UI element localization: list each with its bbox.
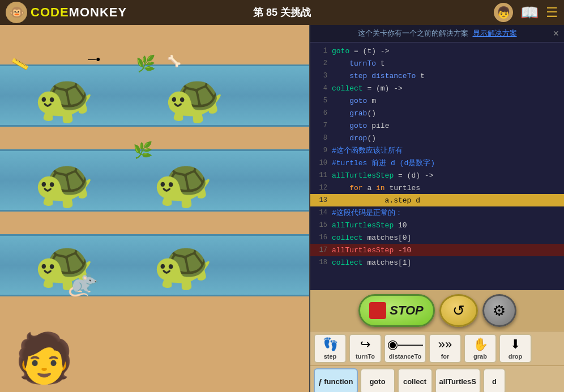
code-line-7: 7 goto pile [310,119,564,132]
refresh-icon: ↺ [452,302,465,320]
collect-label: collect [403,377,426,386]
code-line-8: 8 drop() [310,132,564,144]
allturtles-label: allTurtlesS [439,377,477,386]
code-line-13: 13 a.step d [310,194,564,206]
code-panel: 这个关卡你有一个之前的解决方案 显示解决方案 ✕ 1 goto = (t) ->… [309,25,564,392]
function-icon: ƒ [318,377,322,386]
distanceto-icon: ◉—— [387,337,423,352]
stop-square-icon [369,302,386,319]
code-line-18: 18 collect matches[1] [310,256,564,269]
menu-icon[interactable]: ☰ [546,5,558,20]
d-tool-button[interactable]: d [483,368,506,392]
code-line-3: 3 step distanceTo t [310,70,564,82]
turtle-3: 🐢 [34,155,94,212]
notice-close-button[interactable]: ✕ [553,29,559,38]
function-tool-button[interactable]: ƒ function [314,368,358,392]
drop-tool-button[interactable]: ⬇ drop [499,334,532,363]
plant-deco-1: 🌿 [136,54,156,73]
turnto-tool-button[interactable]: ↪ turnTo [349,334,382,363]
gear-button[interactable]: ⚙ [482,294,516,327]
code-line-2: 2 turnTo t [310,57,564,70]
top-right-icons: 👦 📖 ☰ [494,3,558,22]
book-icon[interactable]: 📖 [520,3,539,22]
creature-icon: 🐀 [68,268,99,298]
step-icon: 👣 [323,337,338,352]
bone-deco: 🦴 [167,54,181,68]
toolbar-row-2: ƒ function goto collect allTurtlesS d [310,365,564,392]
code-line-1: 1 goto = (t) -> [310,45,564,57]
turtle-1: 🐢 [34,70,94,127]
code-line-9: 9 #这个函数应该让所有 [310,144,564,157]
grab-label: grab [473,353,487,360]
step-label: step [324,353,337,360]
turtle-2: 🐢 [164,70,224,127]
step-tool-button[interactable]: 👣 step [314,334,347,363]
code-line-5: 5 goto m [310,94,564,107]
code-line-17: 17 allTurtlesStep -10 [310,244,564,256]
goto-tool-button[interactable]: goto [360,368,395,392]
code-line-6: 6 grab() [310,107,564,119]
top-bar: 🐵 CODEmonkey 第 85 关挑战 👦 📖 ☰ [0,0,564,25]
d-label: d [492,377,497,386]
gear-icon: ⚙ [493,302,506,320]
bottom-controls: STOP ↺ ⚙ 👣 step ↪ turnTo [310,290,564,392]
code-line-14: 14 #这段代码是正常的： [310,206,564,219]
code-line-12: 12 for a in turtles [310,182,564,194]
drop-label: drop [509,353,522,360]
logo-text: CODEmonkey [31,5,127,20]
toolbar-row-1: 👣 step ↪ turnTo ◉—— distanceTo »» for ✋ [310,331,564,365]
level-title: 第 85 关挑战 [253,6,311,19]
grab-icon: ✋ [473,337,488,352]
code-line-4: 4 collect = (m) -> [310,82,564,94]
logo-area: 🐵 CODEmonkey [0,2,142,23]
stop-label: STOP [390,303,424,318]
drop-icon: ⬇ [510,337,520,352]
turnto-label: turnTo [356,353,375,360]
code-line-16: 16 collect matches[0] [310,231,564,244]
game-panel: 📏 —● 🌿 🦴 🌿 🐢 🐢 🐢 🐢 🐢 🐢 🐀 🧑 [0,25,309,392]
goto-label: goto [369,377,385,386]
code-line-10: 10 #turtles 前进 d (d是数字) [310,157,564,169]
distanceto-tool-button[interactable]: ◉—— distanceTo [384,334,426,363]
avatar-icon[interactable]: 👦 [494,3,513,22]
notice-text: 这个关卡你有一个之前的解决方案 [358,28,468,38]
stick-deco: —● [88,54,100,63]
show-solution-link[interactable]: 显示解决方案 [473,28,517,38]
collect-tool-button[interactable]: collect [398,368,433,392]
code-line-11: 11 allTurtlesStep = (d) -> [310,169,564,182]
turnto-icon: ↪ [360,337,370,352]
code-editor[interactable]: 1 goto = (t) -> 2 turnTo t 3 step distan… [310,42,564,290]
turtle-6: 🐢 [153,237,213,294]
code-line-15: 15 allTurtlesStep 10 [310,219,564,231]
logo-monkey-icon: 🐵 [6,2,27,23]
stop-button[interactable]: STOP [358,294,435,327]
distanceto-label: distanceTo [389,353,421,360]
plant-deco-2: 🌿 [133,141,153,160]
for-label: for [441,353,450,360]
player-character: 🧑 [14,330,74,386]
for-icon: »» [438,337,452,352]
turtle-4: 🐢 [153,155,213,212]
notice-bar: 这个关卡你有一个之前的解决方案 显示解决方案 ✕ [310,25,564,42]
stop-area: STOP ↺ ⚙ [310,290,564,331]
main-layout: 📏 —● 🌿 🦴 🌿 🐢 🐢 🐢 🐢 🐢 🐢 🐀 🧑 这个关卡你有一个之前的解决… [0,25,564,392]
allturtles-tool-button[interactable]: allTurtlesS [435,368,481,392]
for-tool-button[interactable]: »» for [429,334,462,363]
function-label: function [324,377,353,386]
refresh-button[interactable]: ↺ [439,294,478,327]
grab-tool-button[interactable]: ✋ grab [464,334,497,363]
